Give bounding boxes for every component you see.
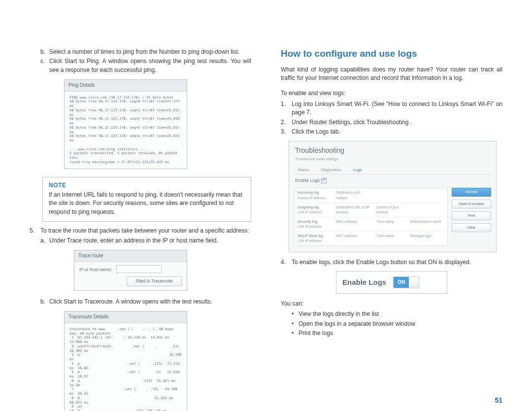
step-5a: a. Under Trace route, enter an address i…	[40, 237, 251, 245]
you-can: You can:	[281, 300, 502, 308]
clear-button[interactable]: Clear	[452, 223, 491, 232]
step-b: b. Select a number of times to ping from…	[40, 48, 251, 56]
troubleshooting-figure: Troubleshooting Troubleshoot router sett…	[289, 141, 497, 252]
tab-status[interactable]: Status	[294, 166, 313, 174]
logs-table: Incoming logSource IP addressDestination…	[294, 188, 448, 246]
page-number: 51	[495, 396, 502, 404]
tab-diagnostics[interactable]: Diagnostics	[317, 166, 345, 174]
log-step-4: 4. To enable logs, click the Enable Logs…	[281, 258, 502, 267]
ping-details-figure: Ping Details PING www.cisco.com (98.17.1…	[64, 79, 187, 169]
bullet-2: •Open the logs in a separate browser win…	[292, 320, 502, 328]
bullet-3: •Print the logs	[292, 329, 502, 338]
print-button[interactable]: Print	[452, 211, 491, 220]
section-heading: How to configure and use logs	[281, 47, 502, 61]
traceroute-title: Traceroute Details	[65, 311, 187, 323]
table-row: Incoming logSource IP addressDestination…	[295, 188, 447, 203]
enable-intro: To enable and view logs:	[281, 89, 502, 98]
bullet-1: •View the logs directly in the list	[292, 310, 502, 318]
enable-logs-label: Enable Logs	[342, 277, 386, 288]
refresh-button[interactable]: Refresh	[452, 188, 491, 197]
note-body: If an Internet URL fails to respond to p…	[49, 191, 245, 216]
enable-logs-figure: Enable Logs ON	[336, 271, 447, 294]
ping-output: PING www.cisco.com (98.17.123.170) : 32 …	[65, 92, 187, 169]
log-step-2: 2. Under Router Settings, click Troubles…	[281, 118, 502, 127]
open-browser-button[interactable]: Open in browser	[452, 200, 491, 208]
table-row: Security logLAN IP addressMAC addressTim…	[295, 217, 447, 232]
step-c: c. Click Start to Ping. A window opens s…	[40, 57, 251, 74]
log-step-3: 3. Click the Logs tab.	[281, 128, 502, 136]
table-row: Outgoing logLAN IP addressDestination UR…	[295, 203, 447, 217]
enable-logs-line: Enable Logs	[295, 177, 496, 184]
traceroute-output: traceroute to www. .com ( . . . ), 30 ho…	[65, 323, 187, 411]
ts-tabs: Status Diagnostics Logs	[289, 166, 496, 174]
step-5: 5. To trace the route that packets take …	[30, 227, 251, 235]
traceroute-details-figure: Traceroute Details traceroute to www. .c…	[64, 311, 187, 411]
trace-title: Trace route	[74, 250, 187, 262]
enable-logs-toggle[interactable]: ON	[393, 276, 419, 288]
manual-page: b. Select a number of times to ping from…	[0, 0, 532, 411]
ts-title: Troubleshooting	[289, 141, 496, 156]
step-5b: b. Click Start to Traceroute. A window o…	[40, 298, 251, 306]
trace-label: IP or host name:	[79, 267, 112, 273]
intro-para: What kind of logging capabilities does m…	[281, 66, 502, 83]
start-traceroute-button[interactable]: Start to Traceroute	[127, 276, 182, 286]
note-box: NOTE If an Internet URL fails to respond…	[42, 177, 251, 222]
trace-route-figure: Trace route IP or host name: Start to Tr…	[74, 250, 187, 291]
left-column: b. Select a number of times to ping from…	[30, 47, 266, 396]
log-step-1: 1. Log into Linksys Smart Wi-Fi. (See "H…	[281, 100, 502, 117]
note-title: NOTE	[49, 181, 245, 190]
enable-logs-checkbox[interactable]	[321, 178, 327, 183]
ip-host-input[interactable]	[116, 265, 162, 273]
table-row: DHCP client logLAN IP addressMAC address…	[295, 232, 447, 245]
tab-logs[interactable]: Logs	[349, 166, 366, 174]
ts-subtitle: Troubleshoot router settings	[289, 157, 496, 166]
right-column: How to configure and use logs What kind …	[266, 47, 502, 396]
toggle-knob	[409, 277, 419, 288]
ping-title: Ping Details	[65, 80, 187, 92]
toggle-on-text: ON	[394, 277, 409, 288]
ts-side-buttons: Refresh Open in browser Print Clear	[452, 188, 491, 246]
